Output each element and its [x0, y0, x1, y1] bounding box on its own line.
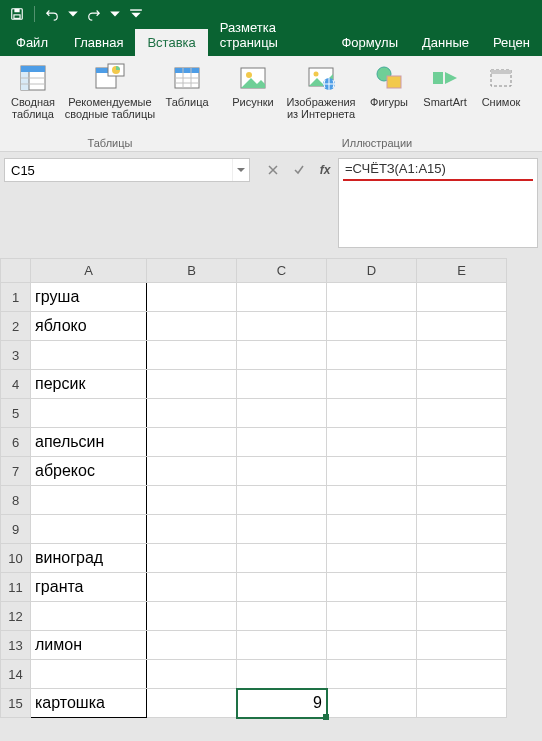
- cell-D2[interactable]: [327, 312, 417, 341]
- cell-C1[interactable]: [237, 283, 327, 312]
- cell-A11[interactable]: гранта: [31, 573, 147, 602]
- cell-B9[interactable]: [147, 515, 237, 544]
- name-box-dropdown[interactable]: [232, 159, 249, 181]
- cell-D12[interactable]: [327, 602, 417, 631]
- formula-input[interactable]: =СЧЁТЗ(A1:A15): [338, 158, 538, 248]
- cell-B14[interactable]: [147, 660, 237, 689]
- col-header-A[interactable]: A: [31, 259, 147, 283]
- select-all-corner[interactable]: [1, 259, 31, 283]
- row-header[interactable]: 7: [1, 457, 31, 486]
- cell-B15[interactable]: [147, 689, 237, 718]
- cell-C6[interactable]: [237, 428, 327, 457]
- cell-A3[interactable]: [31, 341, 147, 370]
- name-box[interactable]: [4, 158, 250, 182]
- cell-D15[interactable]: [327, 689, 417, 718]
- cell-D8[interactable]: [327, 486, 417, 515]
- col-header-C[interactable]: C: [237, 259, 327, 283]
- row-header[interactable]: 5: [1, 399, 31, 428]
- cell-A14[interactable]: [31, 660, 147, 689]
- tab-insert[interactable]: Вставка: [135, 29, 207, 56]
- tab-review[interactable]: Рецен: [481, 29, 542, 56]
- cell-B8[interactable]: [147, 486, 237, 515]
- fill-handle[interactable]: [323, 714, 329, 720]
- cell-A5[interactable]: [31, 399, 147, 428]
- cell-A4[interactable]: персик: [31, 370, 147, 399]
- grid[interactable]: A B C D E 1груша2яблоко34персик56апельси…: [0, 258, 507, 718]
- tab-page-layout[interactable]: Разметка страницы: [208, 14, 330, 56]
- cell-C7[interactable]: [237, 457, 327, 486]
- cell-B11[interactable]: [147, 573, 237, 602]
- cell-D13[interactable]: [327, 631, 417, 660]
- cell-A12[interactable]: [31, 602, 147, 631]
- cell-E14[interactable]: [417, 660, 507, 689]
- cell-D14[interactable]: [327, 660, 417, 689]
- cell-B4[interactable]: [147, 370, 237, 399]
- cell-C3[interactable]: [237, 341, 327, 370]
- cell-C8[interactable]: [237, 486, 327, 515]
- cell-E12[interactable]: [417, 602, 507, 631]
- cell-C15[interactable]: 9: [237, 689, 327, 718]
- customize-qat-button[interactable]: [125, 3, 147, 25]
- cell-E11[interactable]: [417, 573, 507, 602]
- row-header[interactable]: 1: [1, 283, 31, 312]
- cell-C5[interactable]: [237, 399, 327, 428]
- cell-D7[interactable]: [327, 457, 417, 486]
- tab-file[interactable]: Файл: [2, 29, 62, 56]
- enter-formula-button[interactable]: [286, 158, 312, 182]
- cell-C9[interactable]: [237, 515, 327, 544]
- cell-B2[interactable]: [147, 312, 237, 341]
- cell-A2[interactable]: яблоко: [31, 312, 147, 341]
- row-header[interactable]: 15: [1, 689, 31, 718]
- row-header[interactable]: 6: [1, 428, 31, 457]
- cell-D9[interactable]: [327, 515, 417, 544]
- cell-E15[interactable]: [417, 689, 507, 718]
- cell-E9[interactable]: [417, 515, 507, 544]
- col-header-B[interactable]: B: [147, 259, 237, 283]
- cell-C4[interactable]: [237, 370, 327, 399]
- cell-A10[interactable]: виноград: [31, 544, 147, 573]
- redo-button[interactable]: [83, 3, 105, 25]
- insert-function-button[interactable]: fx: [312, 158, 338, 182]
- row-header[interactable]: 14: [1, 660, 31, 689]
- tab-home[interactable]: Главная: [62, 29, 135, 56]
- cell-E4[interactable]: [417, 370, 507, 399]
- recommended-pivot-button[interactable]: Рекомендуемые сводные таблицы: [62, 60, 158, 122]
- cell-B1[interactable]: [147, 283, 237, 312]
- cell-D10[interactable]: [327, 544, 417, 573]
- cell-D3[interactable]: [327, 341, 417, 370]
- cell-C14[interactable]: [237, 660, 327, 689]
- col-header-D[interactable]: D: [327, 259, 417, 283]
- cell-E5[interactable]: [417, 399, 507, 428]
- row-header[interactable]: 12: [1, 602, 31, 631]
- cell-B12[interactable]: [147, 602, 237, 631]
- cell-E6[interactable]: [417, 428, 507, 457]
- undo-dropdown[interactable]: [67, 3, 79, 25]
- tab-data[interactable]: Данные: [410, 29, 481, 56]
- cell-E8[interactable]: [417, 486, 507, 515]
- cell-E2[interactable]: [417, 312, 507, 341]
- cell-D5[interactable]: [327, 399, 417, 428]
- cell-A13[interactable]: лимон: [31, 631, 147, 660]
- cell-E1[interactable]: [417, 283, 507, 312]
- cell-E7[interactable]: [417, 457, 507, 486]
- tab-formulas[interactable]: Формулы: [329, 29, 410, 56]
- cell-C12[interactable]: [237, 602, 327, 631]
- online-pictures-button[interactable]: Изображения из Интернета: [282, 60, 360, 122]
- cell-A9[interactable]: [31, 515, 147, 544]
- smartart-button[interactable]: SmartArt: [418, 60, 472, 110]
- cell-D4[interactable]: [327, 370, 417, 399]
- cell-A8[interactable]: [31, 486, 147, 515]
- cell-B5[interactable]: [147, 399, 237, 428]
- save-button[interactable]: [6, 3, 28, 25]
- row-header[interactable]: 8: [1, 486, 31, 515]
- row-header[interactable]: 4: [1, 370, 31, 399]
- cell-C11[interactable]: [237, 573, 327, 602]
- col-header-E[interactable]: E: [417, 259, 507, 283]
- cell-C13[interactable]: [237, 631, 327, 660]
- shapes-button[interactable]: Фигуры: [362, 60, 416, 110]
- row-header[interactable]: 2: [1, 312, 31, 341]
- cell-A6[interactable]: апельсин: [31, 428, 147, 457]
- cell-B6[interactable]: [147, 428, 237, 457]
- cell-A1[interactable]: груша: [31, 283, 147, 312]
- pictures-button[interactable]: Рисунки: [226, 60, 280, 110]
